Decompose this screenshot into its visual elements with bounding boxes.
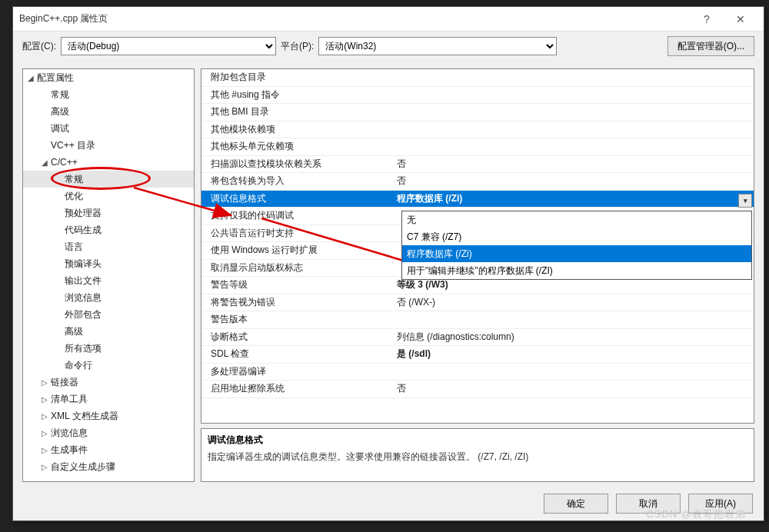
- tree-item-label: 代码生成: [63, 224, 102, 237]
- property-row[interactable]: 诊断格式列信息 (/diagnostics:column): [201, 329, 754, 347]
- property-value[interactable]: 列信息 (/diagnostics:column): [392, 331, 754, 344]
- property-grid[interactable]: 附加包含目录其他 #using 指令其他 BMI 目录其他模块依赖项其他标头单元…: [201, 68, 754, 424]
- tree-item-label: 浏览信息: [49, 427, 88, 440]
- config-select[interactable]: 活动(Debug): [61, 37, 276, 55]
- property-name: 诊断格式: [201, 331, 392, 344]
- expand-icon[interactable]: ▷: [40, 463, 49, 471]
- tree-item-常规[interactable]: 常规: [23, 171, 194, 188]
- tree-item-label: 常规: [49, 88, 69, 101]
- property-name: 扫描源以查找模块依赖关系: [201, 158, 392, 171]
- tree-item-C/C++[interactable]: ◢C/C++: [23, 154, 194, 171]
- ok-button[interactable]: 确定: [544, 494, 608, 514]
- tree-item-XML 文档生成器[interactable]: ▷XML 文档生成器: [23, 407, 194, 424]
- property-name: 其他模块依赖项: [201, 123, 392, 136]
- expand-icon[interactable]: ▷: [40, 429, 49, 437]
- tree-item-浏览信息[interactable]: 浏览信息: [23, 289, 194, 306]
- property-row[interactable]: 警告版本: [201, 311, 754, 329]
- property-name: 其他标头单元依赖项: [201, 140, 392, 153]
- property-value[interactable]: 否 (/WX-): [392, 296, 754, 309]
- property-row[interactable]: 扫描源以查找模块依赖关系否: [201, 156, 754, 174]
- tree-item-调试[interactable]: 调试: [23, 120, 194, 137]
- dropdown-option[interactable]: 程序数据库 (/Zi): [402, 245, 751, 262]
- property-value[interactable]: 否: [392, 175, 754, 188]
- property-value[interactable]: 否: [392, 158, 754, 171]
- property-name: 启用地址擦除系统: [201, 382, 392, 395]
- tree-item-VC++ 目录[interactable]: VC++ 目录: [23, 137, 194, 154]
- tree-item-label: 清单工具: [49, 393, 88, 406]
- tree-item-label: 优化: [63, 190, 83, 203]
- config-manager-button[interactable]: 配置管理器(O)...: [667, 36, 754, 56]
- tree-item-预编译头[interactable]: 预编译头: [23, 255, 194, 272]
- window-title: BeginC++.cpp 属性页: [19, 12, 690, 25]
- property-value[interactable]: 程序数据库 (/Zi)▾: [392, 192, 754, 205]
- property-row[interactable]: SDL 检查是 (/sdl): [201, 346, 754, 364]
- tree-item-label: 命令行: [63, 359, 92, 372]
- main-pane: 附加包含目录其他 #using 指令其他 BMI 目录其他模块依赖项其他标头单元…: [201, 68, 754, 482]
- tree-item-label: VC++ 目录: [49, 139, 95, 152]
- tree-pane[interactable]: ◢配置属性常规高级调试VC++ 目录◢C/C++常规优化预处理器代码生成语言预编…: [22, 68, 195, 482]
- property-name: 支持仅我的代码调试: [201, 209, 392, 222]
- tree-item-浏览信息[interactable]: ▷浏览信息: [23, 424, 194, 441]
- tree-item-label: 预处理器: [63, 207, 102, 220]
- tree-item-命令行[interactable]: 命令行: [23, 357, 194, 374]
- tree-item-高级[interactable]: 高级: [23, 323, 194, 340]
- tree-item-label: 自定义生成步骤: [49, 461, 115, 474]
- watermark: CSDN @表哥抱表弟: [646, 507, 746, 521]
- debug-format-dropdown[interactable]: 无C7 兼容 (/Z7)程序数据库 (/Zi)用于"编辑并继续"的程序数据库 (…: [401, 211, 752, 280]
- property-row[interactable]: 其他标头单元依赖项: [201, 138, 754, 156]
- property-row[interactable]: 其他 BMI 目录: [201, 104, 754, 121]
- property-name: 使用 Windows 运行时扩展: [201, 244, 392, 257]
- tree-item-语言[interactable]: 语言: [23, 238, 194, 255]
- tree-item-链接器[interactable]: ▷链接器: [23, 374, 194, 391]
- tree-item-label: 预编译头: [63, 258, 102, 271]
- tree-item-常规[interactable]: 常规: [23, 86, 194, 103]
- platform-select[interactable]: 活动(Win32): [318, 37, 557, 55]
- property-name: 多处理器编译: [201, 365, 392, 378]
- tree-item-输出文件[interactable]: 输出文件: [23, 272, 194, 289]
- description-body: 指定编译器生成的调试信息类型。这要求使用兼容的链接器设置。 (/Z7, /Zi,…: [208, 450, 747, 464]
- tree-item-label: 配置属性: [35, 71, 74, 85]
- property-row[interactable]: 将警告视为错误否 (/WX-): [201, 294, 754, 312]
- property-row[interactable]: 将包含转换为导入否: [201, 173, 754, 191]
- tree-item-label: 调试: [49, 122, 69, 135]
- tree-item-label: XML 文档生成器: [49, 410, 118, 423]
- tree-item-自定义生成步骤[interactable]: ▷自定义生成步骤: [23, 458, 194, 475]
- tree-item-优化[interactable]: 优化: [23, 188, 194, 204]
- property-row[interactable]: 其他 #using 指令: [201, 87, 754, 105]
- tree-item-高级[interactable]: 高级: [23, 103, 194, 120]
- expand-icon[interactable]: ▷: [40, 412, 49, 421]
- platform-label: 平台(P):: [281, 40, 314, 53]
- property-name: 其他 #using 指令: [201, 88, 392, 101]
- tree-item-配置属性[interactable]: ◢配置属性: [23, 69, 194, 86]
- property-value[interactable]: 等级 3 (/W3): [392, 278, 754, 291]
- close-button[interactable]: ✕: [724, 8, 757, 31]
- help-button[interactable]: ?: [690, 8, 724, 31]
- expand-icon[interactable]: ▷: [40, 395, 49, 404]
- property-value[interactable]: 否: [392, 382, 754, 395]
- tree-item-label: 外部包含: [63, 308, 102, 321]
- collapse-icon[interactable]: ◢: [40, 158, 49, 167]
- expand-icon[interactable]: ▷: [40, 378, 49, 387]
- property-page-dialog: BeginC++.cpp 属性页 ? ✕ 配置(C): 活动(Debug) 平台…: [12, 6, 764, 521]
- expand-icon[interactable]: ▷: [40, 446, 49, 454]
- property-row[interactable]: 多处理器编译: [201, 364, 754, 381]
- tree-item-label: 高级: [49, 105, 69, 118]
- config-label: 配置(C):: [22, 40, 56, 53]
- tree-item-代码生成[interactable]: 代码生成: [23, 221, 194, 238]
- tree-item-清单工具[interactable]: ▷清单工具: [23, 391, 194, 407]
- dropdown-option[interactable]: C7 兼容 (/Z7): [402, 228, 751, 245]
- dropdown-option[interactable]: 无: [402, 211, 751, 228]
- tree-item-生成事件[interactable]: ▷生成事件: [23, 441, 194, 458]
- tree-item-label: 所有选项: [63, 342, 102, 355]
- chevron-down-icon[interactable]: ▾: [738, 194, 752, 208]
- property-row[interactable]: 调试信息格式程序数据库 (/Zi)▾: [201, 191, 754, 208]
- property-row[interactable]: 启用地址擦除系统否: [201, 381, 754, 398]
- tree-item-预处理器[interactable]: 预处理器: [23, 204, 194, 221]
- property-row[interactable]: 附加包含目录: [201, 69, 754, 87]
- collapse-icon[interactable]: ◢: [26, 74, 35, 82]
- dropdown-option[interactable]: 用于"编辑并继续"的程序数据库 (/ZI): [402, 262, 751, 279]
- tree-item-外部包含[interactable]: 外部包含: [23, 306, 194, 323]
- property-value[interactable]: 是 (/sdl): [392, 347, 754, 361]
- property-row[interactable]: 其他模块依赖项: [201, 121, 754, 139]
- tree-item-所有选项[interactable]: 所有选项: [23, 340, 194, 357]
